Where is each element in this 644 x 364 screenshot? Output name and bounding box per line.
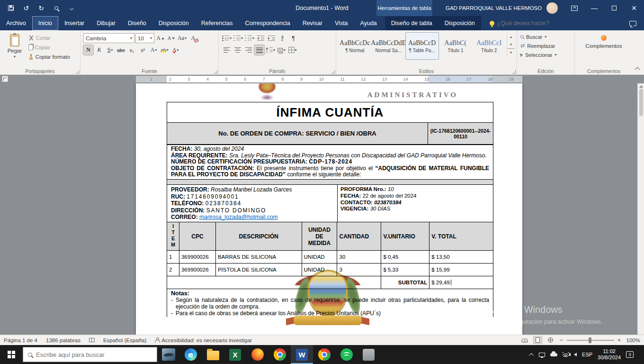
taskbar-clock[interactable]: 11:02 30/8/2024: [598, 348, 621, 361]
web-layout-button[interactable]: [546, 337, 555, 344]
bold-button[interactable]: N: [83, 45, 93, 55]
font-size-combo[interactable]: 10▾: [135, 33, 154, 43]
display-tray-icon[interactable]: [539, 353, 545, 357]
justify-button[interactable]: [254, 45, 264, 55]
tab-correspondencia[interactable]: Correspondencia: [239, 16, 296, 30]
zoom-slider[interactable]: [567, 340, 614, 341]
read-mode-button[interactable]: [521, 337, 529, 344]
volume-tray-icon[interactable]: [574, 353, 577, 356]
zoom-in-button[interactable]: +: [617, 337, 622, 344]
copy-button[interactable]: Copiar: [27, 43, 71, 52]
zoom-out-button[interactable]: −: [559, 337, 564, 344]
tell-me-search[interactable]: [490, 16, 559, 30]
undo-button[interactable]: ↺: [22, 4, 30, 12]
taskbar-app-chrome-2[interactable]: [313, 345, 335, 364]
shading-button[interactable]: ▾: [277, 45, 286, 55]
collapse-ribbon-button[interactable]: [635, 67, 640, 72]
strikethrough-button[interactable]: abc: [116, 45, 126, 55]
decrease-indent-button[interactable]: [256, 33, 266, 43]
style-titulo-2[interactable]: AaBbCcI Título 2: [472, 32, 506, 60]
paste-button[interactable]: Pegar ▾: [2, 32, 27, 67]
tab-archivo[interactable]: Archivo: [0, 16, 32, 30]
tell-me-input[interactable]: [497, 20, 559, 27]
align-left-button[interactable]: [222, 45, 232, 55]
styles-dialog-launcher[interactable]: [512, 70, 516, 73]
taskbar-app-firefox[interactable]: [246, 345, 268, 364]
horizontal-ruler[interactable]: 12345678910111213141516171819: [136, 76, 522, 82]
search-input[interactable]: [36, 351, 140, 358]
tab-dibujar[interactable]: Dibujar: [90, 16, 122, 30]
taskbar-app-edge[interactable]: e: [179, 345, 202, 364]
language-indicator[interactable]: Español (España): [103, 337, 146, 343]
onedrive-tray-icon[interactable]: [550, 353, 557, 356]
tray-expand-button[interactable]: [530, 353, 534, 356]
borders-button[interactable]: ▾: [287, 45, 297, 55]
taskbar-app-gray[interactable]: [358, 345, 380, 364]
print-layout-button[interactable]: [534, 337, 542, 344]
shrink-font-button[interactable]: A: [166, 33, 176, 43]
tab-diseno-de-tabla[interactable]: Diseño de tabla: [385, 16, 438, 30]
tab-referencias[interactable]: Referencias: [195, 16, 239, 30]
avatar[interactable]: [546, 2, 558, 14]
items-table[interactable]: ITEM CPC DESCRIPCIÓN UNIDAD DE MEDIDA CA…: [167, 222, 493, 289]
table-row[interactable]: 2 369900026 PISTOLA DE SILICONA UNIDAD 3…: [167, 264, 493, 276]
highlight-button[interactable]: ab▾: [160, 45, 170, 55]
maximize-button[interactable]: [604, 0, 624, 16]
redo-button[interactable]: ↻: [37, 4, 45, 12]
account-name[interactable]: GAD PARROQUIAL VALLE HERMOSO: [446, 5, 542, 11]
replace-button[interactable]: ⇄Reemplazar: [519, 41, 572, 50]
table-row[interactable]: 1 369900026 BARRAS DE SILICONA UNIDAD 30…: [167, 251, 493, 264]
ribbon-display-options-button[interactable]: [564, 0, 584, 16]
align-right-button[interactable]: [243, 45, 253, 55]
styles-scroll-down-button[interactable]: ▾: [507, 41, 515, 48]
font-dialog-launcher[interactable]: [214, 70, 217, 73]
comments-icon[interactable]: [629, 21, 636, 26]
close-button[interactable]: ×: [624, 0, 644, 16]
italic-button[interactable]: K: [94, 45, 104, 55]
find-button[interactable]: Buscar▾: [519, 32, 572, 41]
email-link[interactable]: marirosa_lozada@hotmail.com: [199, 214, 278, 220]
taskbar-app-chrome[interactable]: [268, 345, 291, 364]
subtotal-row[interactable]: SUBTOTAL $ 29,49: [167, 276, 493, 289]
tab-ayuda[interactable]: Ayuda: [354, 16, 383, 30]
taskbar-app-word[interactable]: W: [291, 345, 313, 364]
tab-vista[interactable]: Vista: [329, 16, 354, 30]
multilevel-list-button[interactable]: ▾: [244, 33, 255, 43]
styles-more-button[interactable]: ▾: [507, 48, 515, 56]
vertical-scrollbar[interactable]: [637, 83, 644, 335]
word-count[interactable]: 1386 palabras: [46, 337, 80, 343]
language-switcher[interactable]: ESP: [582, 352, 592, 357]
action-center-button[interactable]: 3: [626, 351, 634, 358]
cut-button[interactable]: Cortar: [27, 33, 71, 43]
style-table-paragraph[interactable]: AaBbCcD ¶ Table Pa...: [405, 32, 439, 60]
scrollbar-thumb[interactable]: [639, 89, 643, 116]
taskbar-app-spotify[interactable]: [335, 345, 358, 364]
show-marks-button[interactable]: ¶: [288, 33, 298, 43]
format-painter-button[interactable]: Copiar formato: [27, 52, 71, 62]
minimize-button[interactable]: —: [584, 0, 604, 16]
addins-button[interactable]: Complementos: [582, 32, 625, 49]
tab-insertar[interactable]: Insertar: [58, 16, 90, 30]
page-indicator[interactable]: Página 1 de 4: [4, 337, 37, 343]
clear-formatting-button[interactable]: A: [188, 33, 198, 43]
paragraph-dialog-launcher[interactable]: [331, 70, 335, 73]
tab-diseno[interactable]: Diseño: [122, 16, 152, 30]
increase-indent-button[interactable]: [267, 33, 277, 43]
accessibility-status[interactable]: Accesibilidad: es necesario investigar: [155, 337, 252, 343]
style-normal[interactable]: AaBbCcDc ¶ Normal: [338, 32, 372, 60]
numbering-button[interactable]: ▾: [233, 33, 243, 43]
clipboard-dialog-launcher[interactable]: [76, 70, 79, 73]
font-name-combo[interactable]: Cambria▾: [83, 33, 134, 43]
tab-stop-selector[interactable]: [2, 76, 8, 82]
proofing-status[interactable]: [89, 338, 95, 342]
style-titulo-1[interactable]: AaBbC( Título 1: [439, 32, 473, 60]
underline-button[interactable]: S▾: [105, 45, 115, 55]
grow-font-button[interactable]: A: [155, 33, 165, 43]
align-center-button[interactable]: [233, 45, 242, 55]
network-tray-icon[interactable]: [563, 352, 569, 357]
taskbar-app-image[interactable]: [157, 345, 179, 364]
sort-button[interactable]: AZ: [277, 33, 287, 43]
style-normal-sa[interactable]: AaBbCcDdE Normal Sa...: [372, 32, 405, 60]
text-effects-button[interactable]: A▾: [149, 45, 159, 55]
customize-qat-button[interactable]: [67, 4, 76, 12]
